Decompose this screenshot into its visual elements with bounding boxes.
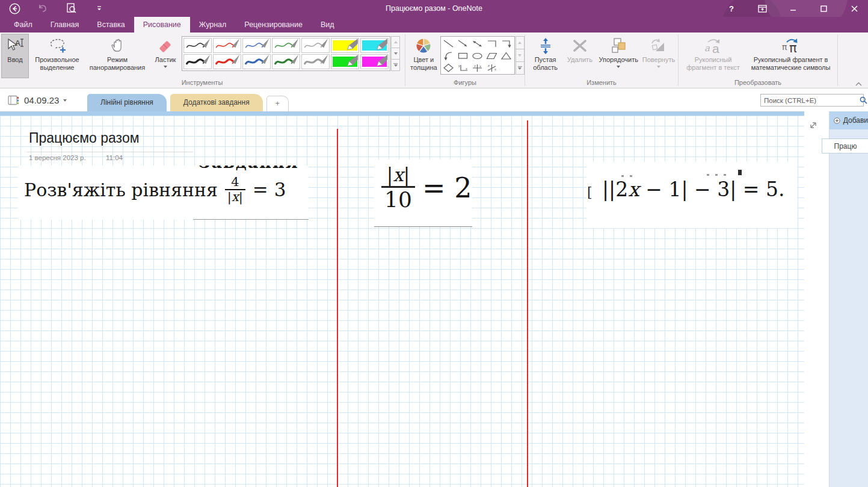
page-canvas[interactable]: Працюємо разом 1 вересня 2023 р. 11:04 З… (0, 111, 829, 487)
horizontal-scrollbar[interactable] (0, 111, 804, 116)
red-ink-stroke-right[interactable] (527, 120, 528, 487)
lasso-select-button[interactable]: Произвольное выделение (29, 34, 85, 78)
pen-style-red-thin[interactable] (213, 38, 241, 53)
pen-style-black-thin[interactable] (183, 38, 212, 53)
maximize-icon[interactable] (817, 2, 830, 14)
ribbon-tab[interactable]: Файл (5, 17, 42, 33)
shape-axes-cross-icon[interactable]: yx (471, 62, 484, 73)
ribbon-tab[interactable]: Рисование (134, 17, 190, 33)
ink-to-math-button[interactable]: ππ Рукописный фрагмент в математические … (746, 34, 836, 78)
title-underline (27, 152, 193, 152)
shape-double-arrow-icon[interactable] (471, 38, 484, 49)
pen-style-green-thick[interactable] (272, 54, 300, 69)
ribbon-tab[interactable]: Вставка (88, 17, 134, 33)
search-box[interactable] (760, 94, 864, 107)
shape-scroll-up[interactable] (516, 36, 525, 49)
pen-scroll-up[interactable] (391, 36, 400, 48)
shape-diamond-icon[interactable] (442, 62, 455, 73)
group-separator (837, 34, 838, 86)
arrange-label: Упорядочить (599, 56, 638, 64)
section-tab-linijni-rivnyannya[interactable]: Лінійні рівняння (87, 94, 167, 111)
pen-style-gray-thick[interactable] (301, 54, 330, 69)
blank-area-button[interactable]: Пустая область (527, 34, 564, 78)
arrange-dropdown-icon[interactable] (617, 66, 620, 68)
minimize-icon[interactable] (786, 2, 799, 14)
color-thickness-button[interactable]: Цвет и толщина (407, 34, 440, 78)
shape-scroll-down[interactable] (516, 49, 525, 62)
ribbon-tab[interactable]: Главная (42, 17, 88, 33)
ribbon-tab[interactable]: Вид (312, 17, 343, 33)
add-page-button[interactable]: Добави (830, 111, 868, 129)
pen-gallery-more[interactable] (391, 59, 400, 71)
print-preview-icon[interactable] (65, 2, 77, 14)
svg-text:z: z (488, 64, 490, 67)
red-ink-stroke-left[interactable] (337, 129, 338, 487)
page-title-text[interactable]: Працюємо разом (29, 130, 139, 146)
close-icon[interactable] (848, 2, 861, 14)
svg-text:x: x (479, 64, 481, 68)
shape-curved-arrow-icon[interactable] (442, 50, 455, 61)
pen-style-blue-thin[interactable] (242, 38, 271, 53)
delete-label: Удалить (567, 56, 593, 64)
notebook-icon (8, 95, 20, 105)
shape-triangle-icon[interactable] (500, 50, 513, 61)
lasso-label-line2: выделение (40, 64, 75, 72)
ink-to-text-line1: Рукописный (695, 56, 732, 64)
equation2-fraction: |x| 10 (381, 164, 415, 211)
pen-style-red-thick[interactable] (213, 54, 241, 69)
shape-elbow-arrow-icon[interactable] (500, 38, 513, 49)
page-tab-pracyuemo-razom[interactable]: Працю (822, 138, 868, 154)
panning-mode-button[interactable]: Режим панорамирования (85, 34, 149, 78)
pen-style-black-thick[interactable] (183, 54, 212, 69)
undo-icon[interactable] (37, 2, 49, 14)
shape-elbow-icon[interactable] (485, 38, 499, 49)
add-page-label: Добави (843, 116, 868, 125)
pen-style-cyan-highlighter[interactable] (360, 38, 389, 53)
pen-style-yellow-highlighter[interactable] (331, 38, 359, 53)
help-icon[interactable]: ? (725, 2, 738, 14)
ribbon-display-options-icon[interactable] (756, 2, 769, 14)
pen-style-green-thin[interactable] (272, 38, 300, 53)
ribbon-tab-row: Файл Главная Вставка Рисование Журнал Ре… (0, 17, 868, 33)
search-input[interactable] (761, 97, 860, 104)
equation-image-3[interactable]: [ ||2x − 1| − 3| = 5. (586, 162, 797, 228)
section-tabs: Лінійні рівняння Додаткові завдання + (87, 94, 292, 111)
arrange-button[interactable]: Упорядочить (596, 34, 641, 78)
equation-image-1[interactable]: Завдання Розв'яжіть рівняння 4 |x| = 3 (18, 166, 309, 220)
blank-area-line2: область (533, 64, 558, 72)
add-page-plus-icon (834, 116, 840, 125)
pen-style-magenta-highlighter[interactable] (360, 54, 389, 69)
shape-rectangle-icon[interactable] (457, 50, 470, 61)
grid-paper[interactable]: Працюємо разом 1 вересня 2023 р. 11:04 З… (0, 116, 804, 487)
pen-style-gray-thin[interactable] (301, 38, 330, 53)
notebook-dropdown[interactable]: 04.09.23 (8, 95, 67, 105)
collapse-ribbon-icon[interactable] (855, 82, 862, 86)
pen-style-blue-thick[interactable] (242, 54, 271, 69)
lasso-label-line1: Произвольное (35, 56, 79, 64)
type-tool-label: Ввод (7, 56, 22, 64)
type-tool-button[interactable]: A Ввод (1, 34, 29, 78)
shape-axes-quadrant-icon[interactable]: yx (457, 62, 470, 73)
shape-axes-z-icon[interactable]: zx (485, 62, 499, 73)
shape-gallery-more[interactable] (516, 61, 525, 75)
customize-qat-icon[interactable] (93, 2, 105, 14)
shape-parallelogram-icon[interactable] (485, 50, 499, 61)
add-section-button[interactable]: + (266, 96, 289, 111)
eraser-dropdown-icon[interactable] (164, 66, 167, 68)
shape-line-icon[interactable] (442, 38, 455, 49)
equation-image-2[interactable]: |x| 10 = 2 (374, 160, 472, 227)
group-separator (678, 34, 679, 86)
eraser-button[interactable]: Ластик (149, 34, 182, 78)
group-label-convert: Преобразовать (680, 78, 836, 88)
pen-style-green-highlighter[interactable] (331, 54, 359, 69)
pan-label-line2: панорамирования (90, 64, 145, 72)
shape-arrow-icon[interactable] (457, 38, 470, 49)
full-page-view-icon[interactable] (808, 120, 818, 130)
pen-scroll-down[interactable] (391, 48, 400, 60)
ribbon-tab[interactable]: Рецензирование (235, 17, 312, 33)
shape-ellipse-icon[interactable] (471, 50, 484, 61)
back-icon[interactable] (8, 2, 20, 14)
ribbon-tab[interactable]: Журнал (190, 17, 236, 33)
section-tab-dodatkovi-zavdannya[interactable]: Додаткові завдання (170, 94, 263, 111)
search-icon[interactable] (860, 96, 867, 104)
